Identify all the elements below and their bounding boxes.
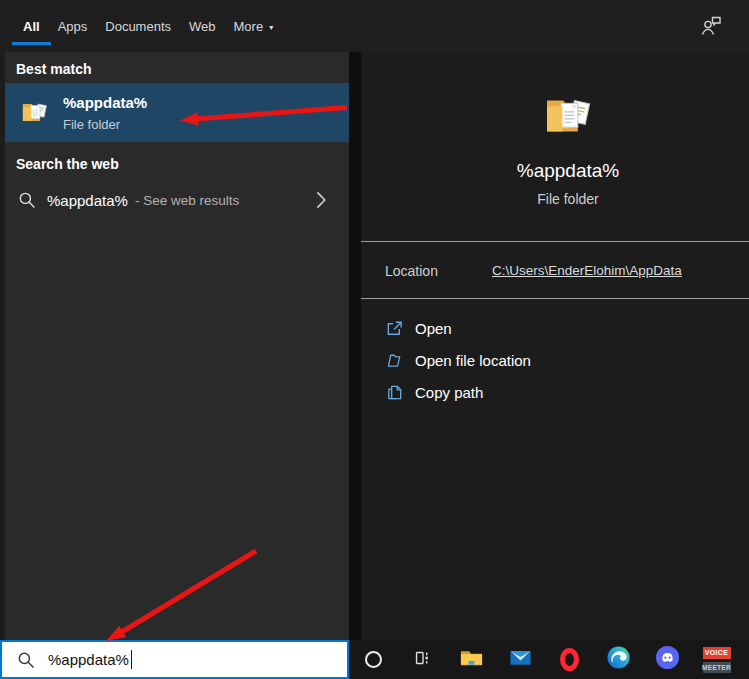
tab-more-label: More [234, 19, 264, 34]
folder-documents-icon-large [540, 88, 596, 144]
task-view-icon [411, 646, 435, 674]
copy-icon [385, 383, 404, 402]
taskbar-cortana-button[interactable] [349, 640, 398, 679]
preview-header: %appdata% File folder [374, 52, 749, 207]
text-cursor [131, 650, 132, 669]
action-open[interactable]: Open [361, 312, 749, 344]
preview-subtitle: File folder [374, 191, 749, 207]
divider-bottom [361, 298, 749, 299]
best-match-header: Best match [16, 61, 91, 77]
location-label: Location [385, 263, 438, 279]
action-copy-path-label: Copy path [415, 384, 483, 401]
chevron-down-icon: ▾ [269, 23, 273, 32]
action-open-label: Open [415, 320, 452, 337]
web-result-suffix: - See web results [135, 193, 239, 208]
search-filter-bar: All Apps Documents Web More▾ [0, 0, 749, 52]
user-feedback-button[interactable] [698, 13, 724, 39]
tab-more[interactable]: More▾ [234, 19, 274, 34]
location-path-link[interactable]: C:\Users\EnderElohim\AppData [492, 263, 682, 278]
search-icon [17, 651, 35, 669]
taskbar-edge-button[interactable] [594, 640, 643, 679]
result-preview-panel: %appdata% File folder Location C:\Users\… [361, 52, 749, 640]
taskbar: VOICE MEETER [349, 640, 749, 679]
discord-icon [655, 645, 680, 674]
search-input-value: %appdata% [48, 651, 129, 668]
opera-icon [560, 648, 579, 671]
tab-apps[interactable]: Apps [58, 19, 88, 34]
divider-top [361, 241, 749, 242]
folder-outline-icon [385, 351, 404, 370]
filter-tabs: All Apps Documents Web More▾ [23, 0, 273, 52]
voicemeeter-icon-bottom-text: MEETER [703, 662, 731, 673]
action-open-file-location-label: Open file location [415, 352, 531, 369]
voicemeeter-icon: VOICE MEETER [703, 647, 731, 673]
action-list: Open Open file location Copy path [361, 312, 749, 408]
action-open-file-location[interactable]: Open file location [361, 344, 749, 376]
search-results-panel: Best match %appdata% File folder [0, 52, 349, 640]
search-web-header: Search the web [16, 156, 119, 172]
open-external-icon [385, 319, 404, 338]
search-icon [18, 191, 36, 209]
person-chat-icon [698, 25, 724, 42]
taskbar-task-view-button[interactable] [398, 640, 447, 679]
taskbar-discord-button[interactable] [643, 640, 692, 679]
taskbar-opera-button[interactable] [545, 640, 594, 679]
best-match-subtitle: File folder [63, 117, 147, 132]
taskbar-voicemeeter-button[interactable]: VOICE MEETER [692, 640, 741, 679]
tab-all[interactable]: All [23, 19, 40, 34]
mail-icon [508, 645, 533, 674]
taskbar-file-explorer-button[interactable] [447, 640, 496, 679]
file-explorer-icon [459, 645, 484, 674]
edge-icon [606, 645, 631, 674]
web-search-result[interactable]: %appdata% - See web results [5, 178, 349, 222]
cortana-icon [365, 651, 382, 668]
search-input[interactable]: %appdata% [0, 640, 349, 679]
voicemeeter-icon-top-text: VOICE [703, 647, 731, 659]
panel-divider-gap [349, 52, 361, 640]
best-match-result[interactable]: %appdata% File folder [5, 83, 349, 142]
tab-documents[interactable]: Documents [105, 19, 171, 34]
best-match-text: %appdata% File folder [63, 94, 147, 132]
best-match-title: %appdata% [63, 94, 147, 112]
preview-title: %appdata% [374, 160, 749, 182]
folder-documents-icon [19, 97, 50, 128]
action-copy-path[interactable]: Copy path [361, 376, 749, 408]
tab-web[interactable]: Web [189, 19, 216, 34]
windows-search-flyout: All Apps Documents Web More▾ Best match [0, 0, 749, 679]
web-result-query: %appdata% [47, 192, 128, 209]
taskbar-mail-button[interactable] [496, 640, 545, 679]
chevron-right-icon [315, 191, 327, 209]
